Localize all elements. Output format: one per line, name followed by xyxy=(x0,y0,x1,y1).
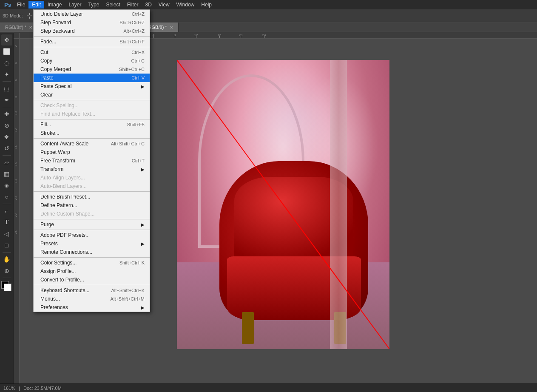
ruler-tick-9 xyxy=(219,36,220,39)
tool-select-rect[interactable]: ⬜ xyxy=(1,46,12,57)
menu-filter[interactable]: Filter xyxy=(124,1,142,9)
tool-path-select[interactable]: ◁ xyxy=(1,228,12,239)
menu-item-check-spelling: Check Spelling... xyxy=(34,101,150,110)
menu-help[interactable]: Help xyxy=(198,1,215,9)
tool-lasso[interactable]: ◌ xyxy=(1,57,12,68)
menu-item-stroke-label: Stroke... xyxy=(40,130,145,136)
menu-item-color-settings[interactable]: Color Settings... Shift+Ctrl+K xyxy=(34,258,150,267)
menu-item-define-brush[interactable]: Define Brush Preset... xyxy=(34,193,150,201)
menu-item-paste-shortcut: Ctrl+V xyxy=(131,75,145,80)
menu-edit[interactable]: Edit xyxy=(28,1,44,9)
ruler-tick-6 xyxy=(153,36,154,39)
menu-view[interactable]: View xyxy=(155,1,173,9)
sep-5 xyxy=(34,138,150,139)
tab-1-close[interactable]: ✕ xyxy=(29,25,32,30)
tool-blur[interactable]: ◈ xyxy=(1,180,12,191)
menu-item-copy[interactable]: Copy Ctrl+C xyxy=(34,57,150,65)
menu-item-auto-blend-label: Auto-Blend Layers... xyxy=(40,183,145,189)
tool-dodge[interactable]: ○ xyxy=(1,191,12,202)
menu-item-assign-profile[interactable]: Assign Profile... xyxy=(34,267,150,276)
tab-1[interactable]: RGB/8#) * ✕ xyxy=(0,23,38,32)
tool-hand[interactable]: ✋ xyxy=(1,254,12,265)
menu-item-transform[interactable]: Transform ▶ xyxy=(34,165,150,173)
tool-gradient[interactable]: ▦ xyxy=(1,168,12,179)
background-color[interactable] xyxy=(4,284,11,291)
ruler-v-label-18: 18 xyxy=(14,179,18,183)
menu-item-paste-special[interactable]: Paste Special ▶ xyxy=(34,82,150,91)
menu-item-preferences[interactable]: Preferences ▶ xyxy=(34,303,150,312)
menu-item-stroke[interactable]: Stroke... xyxy=(34,129,150,137)
ps-logo: Ps xyxy=(2,0,14,9)
menu-image[interactable]: Image xyxy=(44,1,65,9)
tool-history-brush[interactable]: ↺ xyxy=(1,143,12,154)
tool-shape[interactable]: □ xyxy=(1,240,12,251)
tool-eyedropper[interactable]: ✒ xyxy=(1,94,12,105)
menu-item-cut[interactable]: Cut Ctrl+X xyxy=(34,48,150,57)
sep-1 xyxy=(34,36,150,37)
tool-magic-wand[interactable]: ✦ xyxy=(1,69,12,80)
menu-item-remote-connections-label: Remote Connections... xyxy=(40,249,145,255)
menu-item-adobe-pdf[interactable]: Adobe PDF Presets... xyxy=(34,231,150,239)
ruler-v-label-14: 14 xyxy=(14,145,18,149)
menu-type[interactable]: Type xyxy=(85,1,102,9)
ruler-v-label-4: 4 xyxy=(14,62,18,64)
menu-item-define-pattern-label: Define Pattern... xyxy=(40,202,145,208)
menu-item-remote-connections[interactable]: Remote Connections... xyxy=(34,248,150,256)
menu-item-convert-profile[interactable]: Convert to Profile... xyxy=(34,276,150,284)
tool-pen[interactable]: ⌐ xyxy=(1,205,12,216)
tool-clone[interactable]: ❖ xyxy=(1,131,12,142)
tab-2-close[interactable]: ✕ xyxy=(170,25,173,30)
menu-item-clear-label: Clear xyxy=(40,92,145,98)
ruler-tick-7 xyxy=(175,36,175,39)
ruler-v-label-24: 24 xyxy=(14,230,18,234)
tool-crop[interactable]: ⬚ xyxy=(1,83,12,94)
sep-10 xyxy=(34,285,150,285)
color-swatch[interactable] xyxy=(1,281,12,292)
menu-item-cas-shortcut: Alt+Shift+Ctrl+C xyxy=(111,141,145,146)
menu-file[interactable]: File xyxy=(14,1,28,9)
menu-window[interactable]: Window xyxy=(173,1,198,9)
tool-type[interactable]: T xyxy=(1,217,12,228)
menu-item-presets[interactable]: Presets ▶ xyxy=(34,239,150,248)
ruler-tick-8 xyxy=(196,36,196,39)
tool-move[interactable]: ✥ xyxy=(1,34,12,45)
menu-item-color-settings-shortcut: Shift+Ctrl+K xyxy=(119,260,145,265)
menu-item-fill[interactable]: Fill... Shift+F5 xyxy=(34,120,150,129)
menu-item-clear[interactable]: Clear xyxy=(34,91,150,99)
tab-1-label: RGB/8#) * xyxy=(5,25,26,30)
menu-select[interactable]: Select xyxy=(102,1,123,9)
menu-item-paste-label: Paste xyxy=(40,75,123,81)
menu-item-paste[interactable]: Paste Ctrl+V xyxy=(34,74,150,82)
tool-zoom[interactable]: ⊕ xyxy=(1,265,12,276)
tool-sep-6 xyxy=(3,278,11,278)
menu-item-puppet-warp-label: Puppet Warp xyxy=(40,149,145,155)
menu-item-content-aware-scale[interactable]: Content-Aware Scale Alt+Shift+Ctrl+C xyxy=(34,139,150,148)
menu-item-keyboard-shortcuts[interactable]: Keyboard Shortcuts... Alt+Shift+Ctrl+K xyxy=(34,286,150,295)
menu-item-purge[interactable]: Purge ▶ xyxy=(34,220,150,229)
tool-heal[interactable]: ✚ xyxy=(1,108,12,119)
menu-item-free-transform[interactable]: Free Transform Ctrl+T xyxy=(34,156,150,165)
menu-item-keyboard-shortcuts-label: Keyboard Shortcuts... xyxy=(40,287,102,293)
menu-item-step-backward-label: Step Backward xyxy=(40,28,115,34)
menu-item-adobe-pdf-label: Adobe PDF Presets... xyxy=(40,232,145,238)
menu-item-menus[interactable]: Menus... Alt+Shift+Ctrl+M xyxy=(34,295,150,303)
menu-item-define-pattern[interactable]: Define Pattern... xyxy=(34,201,150,210)
menu-item-fade[interactable]: Fade... Shift+Ctrl+F xyxy=(34,37,150,46)
menu-item-step-backward[interactable]: Step Backward Alt+Ctrl+Z xyxy=(34,27,150,35)
menu-item-undo[interactable]: Undo Delete Layer Ctrl+Z xyxy=(34,10,150,18)
menu-item-assign-profile-label: Assign Profile... xyxy=(40,268,145,274)
menu-item-copy-merged[interactable]: Copy Merged Shift+Ctrl+C xyxy=(34,65,150,74)
menu-item-paste-special-label: Paste Special xyxy=(40,83,139,89)
menu-item-step-forward[interactable]: Step Forward Shift+Ctrl+Z xyxy=(34,18,150,27)
menu-item-step-backward-shortcut: Alt+Ctrl+Z xyxy=(123,28,145,34)
menu-item-cas-label: Content-Aware Scale xyxy=(40,141,102,147)
menu-3d[interactable]: 3D xyxy=(142,1,155,9)
sep-2 xyxy=(34,47,150,47)
tool-brush[interactable]: ⊘ xyxy=(1,120,12,131)
menu-item-undo-label: Undo Delete Layer xyxy=(40,11,123,17)
tool-eraser[interactable]: ▱ xyxy=(1,157,12,168)
menu-item-define-shape-label: Define Custom Shape... xyxy=(40,211,145,217)
menu-item-puppet-warp[interactable]: Puppet Warp xyxy=(34,148,150,156)
menu-layer[interactable]: Layer xyxy=(65,1,85,9)
menu-item-fill-shortcut: Shift+F5 xyxy=(127,122,145,127)
